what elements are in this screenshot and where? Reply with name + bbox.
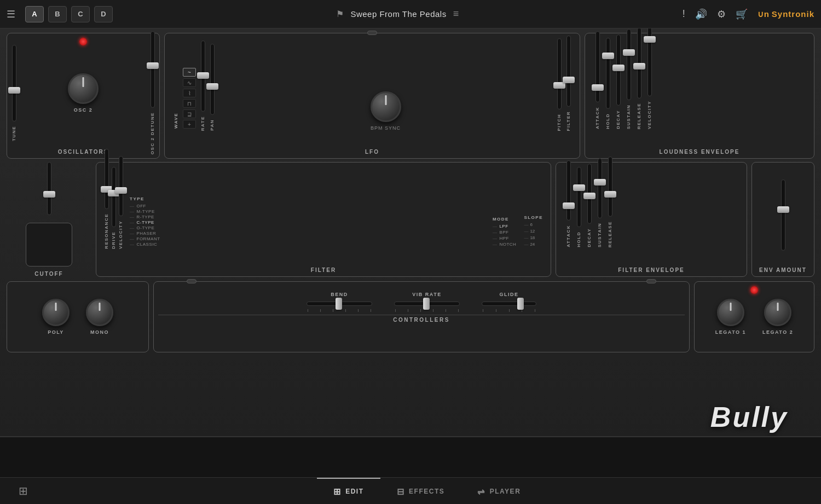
vib-rate-slider-thumb[interactable] <box>423 298 430 310</box>
slope-18[interactable]: 18 <box>524 235 543 240</box>
env-amount-thumb[interactable] <box>777 206 789 213</box>
pan-slider-thumb[interactable] <box>206 83 218 90</box>
slope-12[interactable]: 12 <box>524 229 543 234</box>
fe-sustain-track[interactable] <box>598 158 602 218</box>
pan-slider-track[interactable] <box>210 44 215 115</box>
fe-hold-thumb[interactable] <box>573 184 585 191</box>
decay-slider-thumb[interactable] <box>612 65 625 71</box>
velocity-slider-track[interactable] <box>647 28 652 96</box>
glide-slider-thumb[interactable] <box>517 298 524 310</box>
wave-square-btn[interactable]: ⊓ <box>183 99 196 108</box>
poly-knob[interactable] <box>42 299 70 326</box>
lfo-filter-slider-track[interactable] <box>566 36 571 107</box>
fe-sustain-group: SUSTAIN <box>597 158 602 247</box>
osc2-detune-slider-thumb[interactable] <box>147 62 159 69</box>
type-mtype[interactable]: M-TYPE <box>130 209 160 214</box>
type-otype[interactable]: O-TYPE <box>130 225 160 230</box>
tab-player[interactable]: ⇌ PLAYER <box>461 478 537 505</box>
type-ctype[interactable]: C-TYPE <box>130 220 160 225</box>
wave-sine-btn[interactable]: ~ <box>183 68 196 77</box>
tab-effects[interactable]: ⊟ EFFECTS <box>380 478 461 505</box>
fe-sustain-thumb[interactable] <box>594 179 606 186</box>
pitch-slider-track[interactable] <box>557 38 562 109</box>
vib-rate-slider-track[interactable] <box>394 302 460 306</box>
tick <box>433 309 433 312</box>
mode-hpf[interactable]: HPF <box>493 236 516 241</box>
bpm-sync-knob[interactable] <box>371 91 401 122</box>
slope-6[interactable]: 6 <box>524 222 543 227</box>
wave-saw-btn[interactable]: ⌇ <box>183 89 196 97</box>
osc2-detune-label: OSC 2 DETUNE <box>150 112 155 154</box>
tab-d[interactable]: D <box>94 6 113 22</box>
tab-edit[interactable]: ⊞ EDIT <box>317 478 380 505</box>
filter-env-sliders: ATTACK HOLD DECAY <box>560 167 742 258</box>
decay-slider-track[interactable] <box>616 34 621 106</box>
fe-decay-thumb[interactable] <box>583 193 595 199</box>
player-icon: ⇌ <box>477 486 485 497</box>
tune-slider-thumb[interactable] <box>8 87 20 94</box>
piano-icon[interactable]: ⊞ <box>19 484 28 497</box>
legato2-knob[interactable] <box>764 299 791 326</box>
filter-velocity-slider-thumb[interactable] <box>115 187 127 194</box>
attack-slider-thumb[interactable] <box>592 84 604 91</box>
legato1-knob[interactable] <box>717 299 744 326</box>
fe-decay-track[interactable] <box>587 164 592 224</box>
hold-slider-track[interactable] <box>606 38 610 109</box>
fe-hold-track[interactable] <box>577 167 581 227</box>
tune-slider-track[interactable] <box>12 45 16 121</box>
fe-release-track[interactable] <box>608 157 612 217</box>
mono-knob[interactable] <box>86 299 113 326</box>
hold-slider-thumb[interactable] <box>602 53 614 59</box>
ctrl-connector-right <box>646 279 656 283</box>
preset-menu-icon[interactable]: ≡ <box>453 8 459 20</box>
lfo-filter-slider-thumb[interactable] <box>563 77 575 83</box>
type-formant[interactable]: FORMANT <box>130 236 160 241</box>
settings-icon[interactable]: ⚙ <box>717 8 726 20</box>
type-rtype[interactable]: R-TYPE <box>130 215 160 219</box>
type-classic[interactable]: CLASSIC <box>130 242 160 247</box>
fe-release-thumb[interactable] <box>604 191 616 198</box>
top-menu-icon[interactable]: ☰ <box>7 8 15 20</box>
velocity-slider-thumb[interactable] <box>644 36 656 43</box>
tab-c[interactable]: C <box>71 6 90 22</box>
tick <box>446 309 446 312</box>
release-slider-thumb[interactable] <box>633 63 645 69</box>
env-amount-track[interactable] <box>781 179 785 251</box>
cart-icon[interactable]: 🛒 <box>736 8 748 20</box>
sustain-slider-thumb[interactable] <box>623 49 635 56</box>
attack-slider-track[interactable] <box>595 31 600 102</box>
tab-a[interactable]: A <box>25 6 44 22</box>
glide-ticks <box>482 309 536 312</box>
fe-attack-thumb[interactable] <box>563 202 575 209</box>
effects-label: EFFECTS <box>409 488 444 495</box>
mode-bpf[interactable]: BPF <box>493 230 516 235</box>
bend-slider-thumb[interactable] <box>336 298 342 310</box>
wave-random-btn[interactable]: + <box>183 120 196 129</box>
volume-icon[interactable]: 🔊 <box>695 8 707 20</box>
fe-attack-track[interactable] <box>566 160 571 221</box>
rate-slider-track[interactable] <box>201 40 205 112</box>
mode-lpf[interactable]: LPF <box>493 224 516 229</box>
osc2-knob[interactable] <box>68 73 99 104</box>
mono-label: MONO <box>90 329 109 335</box>
mode-notch[interactable]: NOTCH <box>493 242 516 247</box>
wave-tri-btn[interactable]: ∿ <box>183 78 196 87</box>
osc2-detune-slider-track[interactable] <box>151 31 155 108</box>
bend-slider-track[interactable] <box>307 302 372 306</box>
tab-b[interactable]: B <box>48 6 67 22</box>
type-phaser[interactable]: PHASER <box>130 231 160 236</box>
rate-slider-thumb[interactable] <box>197 72 209 79</box>
cutoff-slider-track[interactable] <box>47 162 51 215</box>
resonance-slider-track[interactable] <box>105 149 109 209</box>
cutoff-slider-thumb[interactable] <box>43 191 55 198</box>
slope-24[interactable]: 24 <box>524 242 543 247</box>
alert-icon[interactable]: ! <box>683 8 685 20</box>
tick <box>358 309 359 312</box>
release-slider-track[interactable] <box>637 28 641 99</box>
drive-slider-track[interactable] <box>112 167 116 227</box>
filter-velocity-slider-track[interactable] <box>119 156 123 216</box>
glide-slider-track[interactable] <box>482 302 536 306</box>
wave-ramp-btn[interactable]: ⊒ <box>183 109 196 118</box>
type-off[interactable]: OFF <box>130 204 160 208</box>
sustain-slider-track[interactable] <box>627 29 631 100</box>
